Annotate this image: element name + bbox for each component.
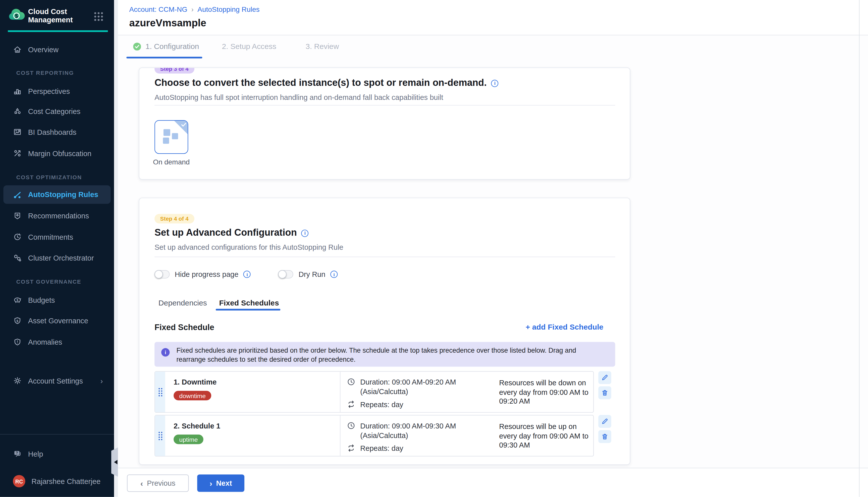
app-title: Cloud Cost Management <box>28 7 87 24</box>
drag-handle[interactable] <box>155 415 165 456</box>
divider <box>154 257 615 257</box>
delete-schedule-button[interactable] <box>598 386 611 399</box>
sidebar-item-anomalies[interactable]: ! Anomalies <box>3 334 111 350</box>
tab-review[interactable]: 3. Review <box>306 42 339 51</box>
schedule-repeats: Repeats: day <box>360 443 473 453</box>
content-scroll-divider <box>859 0 859 497</box>
sidebar-item-account-settings[interactable]: Account Settings › <box>3 373 111 388</box>
section-label-cost-optimization: COST OPTIMIZATION <box>16 174 82 180</box>
breadcrumb-page-link[interactable]: AutoStopping Rules <box>197 5 260 13</box>
tab-fixed-schedules[interactable]: Fixed Schedules <box>219 299 279 307</box>
step3-heading: Choose to convert the selected instance(… <box>154 77 487 89</box>
hide-progress-label: Hide progress page <box>175 270 239 279</box>
schedule-summary: Resources will be down on every day from… <box>499 372 593 412</box>
advanced-toggles: Hide progress page i Dry Run i <box>154 270 338 279</box>
sidebar-item-label: Budgets <box>28 296 55 304</box>
screen: $ Cloud Cost Management Overview COST RE… <box>0 0 868 497</box>
tab-dependencies[interactable]: Dependencies <box>158 299 207 307</box>
shield-dollar-icon: $ <box>13 316 22 325</box>
tab-configuration[interactable]: 1. Configuration <box>133 42 199 51</box>
schedule-timing-cell: Duration: 09:00 AM-09:20 AM (Asia/Calcut… <box>340 372 499 412</box>
page-header: Account: CCM-NG › AutoStopping Rules azu… <box>118 0 868 36</box>
chevron-right-icon: › <box>209 479 212 487</box>
sidebar-item-label: Commitments <box>28 233 73 241</box>
tile-square <box>163 138 169 144</box>
sidebar-item-label: AutoStopping Rules <box>28 190 98 199</box>
dollar-glyph: $ <box>15 13 18 19</box>
bar-chart-icon <box>13 86 22 95</box>
schedule-name-cell: 1. Downtime downtime <box>165 372 340 412</box>
cloud-cost-logo-icon: $ <box>8 7 25 23</box>
step3-subheading: AutoStopping has full spot interruption … <box>154 93 443 102</box>
info-icon[interactable]: i <box>243 271 251 278</box>
schedule-name-cell: 2. Schedule 1 uptime <box>165 415 340 456</box>
tab-setup-access[interactable]: 2. Setup Access <box>222 42 277 51</box>
pencil-icon <box>601 418 608 425</box>
sidebar-item-asset-governance[interactable]: $ Asset Governance <box>3 313 111 329</box>
sidebar-item-label: Help <box>28 450 43 458</box>
sidebar-item-label: Cost Categories <box>28 107 81 115</box>
sidebar-item-recommendations[interactable]: Recommendations <box>3 208 111 224</box>
next-button[interactable]: › Next <box>197 474 244 492</box>
clock-icon <box>347 422 355 429</box>
shapes-icon <box>13 107 22 116</box>
breadcrumb-account-link[interactable]: Account: CCM-NG <box>129 5 187 13</box>
schedule-name: 2. Schedule 1 <box>173 422 340 430</box>
edit-schedule-button[interactable] <box>598 371 611 384</box>
sidebar-item-budgets[interactable]: $ Budgets <box>3 292 111 308</box>
sidebar-item-help[interactable]: ? Help <box>3 446 111 462</box>
sidebar-item-cost-categories[interactable]: Cost Categories <box>3 103 111 119</box>
previous-button[interactable]: ‹ Previous <box>127 474 189 492</box>
sidebar-item-margin-obfuscation[interactable]: Margin Obfuscation <box>3 145 111 161</box>
dry-run-toggle[interactable] <box>278 270 293 279</box>
sidebar-item-label: BI Dashboards <box>28 128 76 136</box>
hide-progress-toggle[interactable] <box>154 270 169 279</box>
sidebar-item-label: Account Settings <box>28 377 83 385</box>
module-grid-icon[interactable] <box>94 12 103 22</box>
avatar: RC <box>13 475 25 487</box>
user-name: Rajarshee Chatterjee <box>31 477 100 485</box>
edit-schedule-button[interactable] <box>598 415 611 428</box>
sidebar-item-label: Perspectives <box>28 87 70 95</box>
sidebar-item-overview[interactable]: Overview <box>3 42 111 57</box>
user-menu[interactable]: RC Rajarshee Chatterjee <box>3 473 111 489</box>
step4-heading: Set up Advanced Configuration <box>154 227 297 239</box>
sidebar-item-bi-dashboards[interactable]: BI Dashboards <box>3 124 111 140</box>
priority-info-banner: i Fixed schedules are prioritized based … <box>154 342 615 367</box>
breadcrumb-separator: › <box>191 5 194 13</box>
sidebar-item-label: Anomalies <box>28 338 62 346</box>
drag-handle[interactable] <box>155 372 165 412</box>
sidebar-item-perspectives[interactable]: Perspectives <box>3 83 111 99</box>
sidebar-item-commitments[interactable]: Commitments <box>3 229 111 245</box>
trash-icon <box>601 389 608 396</box>
gear-icon <box>13 376 22 385</box>
chevron-right-icon: › <box>100 377 103 385</box>
page-title: azureVmsample <box>129 17 206 29</box>
sidebar-accent-divider <box>8 30 108 32</box>
sidebar-resize-rail[interactable] <box>114 0 118 497</box>
breadcrumb: Account: CCM-NG › AutoStopping Rules <box>129 5 260 13</box>
info-icon: i <box>161 348 170 357</box>
next-label: Next <box>216 479 232 487</box>
banner-text: Fixed schedules are prioritized based on… <box>176 345 606 364</box>
info-icon[interactable]: i <box>331 271 338 278</box>
tile-square <box>164 129 170 136</box>
info-icon[interactable]: i <box>491 80 499 87</box>
add-fixed-schedule-button[interactable]: + add Fixed Schedule <box>526 323 603 331</box>
dashboard-icon <box>13 128 22 137</box>
info-icon[interactable]: i <box>302 229 309 237</box>
check-circle-icon <box>133 42 141 50</box>
schedule-duration: Duration: 09:00 AM-09:20 AM (Asia/Calcut… <box>360 377 473 396</box>
delete-schedule-button[interactable] <box>598 430 611 443</box>
clock-cycle-icon <box>13 232 22 241</box>
sidebar-item-autostopping-rules[interactable]: AutoStopping Rules <box>3 185 111 204</box>
sidebar-item-cluster-orchestrator[interactable]: Cluster Orchestrator <box>3 250 111 266</box>
sidebar-item-label: Asset Governance <box>28 316 88 325</box>
section-label-cost-reporting: COST REPORTING <box>16 70 74 76</box>
trash-icon <box>601 433 608 440</box>
dry-run-label: Dry Run <box>299 270 325 279</box>
collapse-left-arrow-icon <box>114 460 117 464</box>
on-demand-option-tile[interactable] <box>154 120 188 154</box>
home-icon <box>13 45 22 54</box>
uptime-badge: uptime <box>173 435 204 444</box>
